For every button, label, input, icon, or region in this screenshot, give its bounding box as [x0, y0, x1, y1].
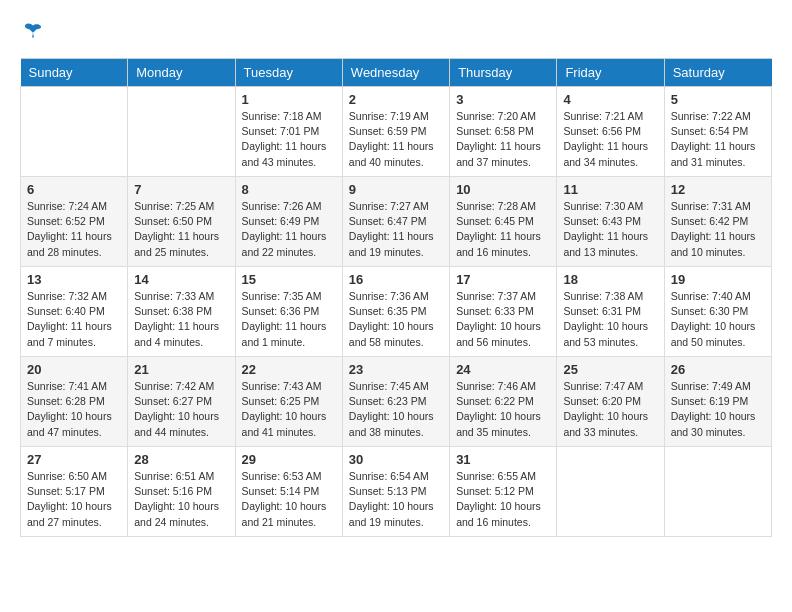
day-details: Sunrise: 7:35 AM Sunset: 6:36 PM Dayligh… [242, 289, 336, 350]
day-details: Sunrise: 7:20 AM Sunset: 6:58 PM Dayligh… [456, 109, 550, 170]
calendar-cell: 26Sunrise: 7:49 AM Sunset: 6:19 PM Dayli… [664, 357, 771, 447]
day-number: 8 [242, 182, 336, 197]
day-number: 19 [671, 272, 765, 287]
day-details: Sunrise: 7:36 AM Sunset: 6:35 PM Dayligh… [349, 289, 443, 350]
day-details: Sunrise: 7:32 AM Sunset: 6:40 PM Dayligh… [27, 289, 121, 350]
calendar-cell: 25Sunrise: 7:47 AM Sunset: 6:20 PM Dayli… [557, 357, 664, 447]
calendar-cell: 23Sunrise: 7:45 AM Sunset: 6:23 PM Dayli… [342, 357, 449, 447]
day-number: 28 [134, 452, 228, 467]
day-number: 10 [456, 182, 550, 197]
calendar-cell: 6Sunrise: 7:24 AM Sunset: 6:52 PM Daylig… [21, 177, 128, 267]
calendar-cell: 11Sunrise: 7:30 AM Sunset: 6:43 PM Dayli… [557, 177, 664, 267]
day-details: Sunrise: 7:24 AM Sunset: 6:52 PM Dayligh… [27, 199, 121, 260]
day-details: Sunrise: 7:30 AM Sunset: 6:43 PM Dayligh… [563, 199, 657, 260]
day-number: 9 [349, 182, 443, 197]
day-number: 6 [27, 182, 121, 197]
calendar-cell: 8Sunrise: 7:26 AM Sunset: 6:49 PM Daylig… [235, 177, 342, 267]
calendar-cell: 14Sunrise: 7:33 AM Sunset: 6:38 PM Dayli… [128, 267, 235, 357]
calendar-cell: 17Sunrise: 7:37 AM Sunset: 6:33 PM Dayli… [450, 267, 557, 357]
day-details: Sunrise: 6:51 AM Sunset: 5:16 PM Dayligh… [134, 469, 228, 530]
logo-bird-icon [22, 20, 44, 42]
day-number: 11 [563, 182, 657, 197]
calendar-table: SundayMondayTuesdayWednesdayThursdayFrid… [20, 58, 772, 537]
calendar-cell: 19Sunrise: 7:40 AM Sunset: 6:30 PM Dayli… [664, 267, 771, 357]
calendar-week-row: 20Sunrise: 7:41 AM Sunset: 6:28 PM Dayli… [21, 357, 772, 447]
calendar-cell: 15Sunrise: 7:35 AM Sunset: 6:36 PM Dayli… [235, 267, 342, 357]
calendar-cell: 31Sunrise: 6:55 AM Sunset: 5:12 PM Dayli… [450, 447, 557, 537]
day-details: Sunrise: 7:18 AM Sunset: 7:01 PM Dayligh… [242, 109, 336, 170]
calendar-cell [128, 87, 235, 177]
calendar-cell: 22Sunrise: 7:43 AM Sunset: 6:25 PM Dayli… [235, 357, 342, 447]
day-number: 4 [563, 92, 657, 107]
calendar-cell [557, 447, 664, 537]
calendar-cell: 2Sunrise: 7:19 AM Sunset: 6:59 PM Daylig… [342, 87, 449, 177]
day-number: 2 [349, 92, 443, 107]
day-details: Sunrise: 7:47 AM Sunset: 6:20 PM Dayligh… [563, 379, 657, 440]
day-details: Sunrise: 7:46 AM Sunset: 6:22 PM Dayligh… [456, 379, 550, 440]
calendar-cell: 24Sunrise: 7:46 AM Sunset: 6:22 PM Dayli… [450, 357, 557, 447]
day-details: Sunrise: 7:41 AM Sunset: 6:28 PM Dayligh… [27, 379, 121, 440]
calendar-cell: 5Sunrise: 7:22 AM Sunset: 6:54 PM Daylig… [664, 87, 771, 177]
day-number: 29 [242, 452, 336, 467]
day-number: 24 [456, 362, 550, 377]
day-number: 25 [563, 362, 657, 377]
calendar-cell: 27Sunrise: 6:50 AM Sunset: 5:17 PM Dayli… [21, 447, 128, 537]
day-number: 13 [27, 272, 121, 287]
day-number: 7 [134, 182, 228, 197]
day-number: 27 [27, 452, 121, 467]
calendar-cell: 16Sunrise: 7:36 AM Sunset: 6:35 PM Dayli… [342, 267, 449, 357]
day-details: Sunrise: 7:33 AM Sunset: 6:38 PM Dayligh… [134, 289, 228, 350]
day-details: Sunrise: 7:21 AM Sunset: 6:56 PM Dayligh… [563, 109, 657, 170]
calendar-week-row: 6Sunrise: 7:24 AM Sunset: 6:52 PM Daylig… [21, 177, 772, 267]
day-details: Sunrise: 7:37 AM Sunset: 6:33 PM Dayligh… [456, 289, 550, 350]
day-details: Sunrise: 7:19 AM Sunset: 6:59 PM Dayligh… [349, 109, 443, 170]
day-details: Sunrise: 7:45 AM Sunset: 6:23 PM Dayligh… [349, 379, 443, 440]
day-number: 20 [27, 362, 121, 377]
weekday-header-wednesday: Wednesday [342, 59, 449, 87]
day-details: Sunrise: 7:27 AM Sunset: 6:47 PM Dayligh… [349, 199, 443, 260]
page-header [20, 20, 772, 42]
day-number: 3 [456, 92, 550, 107]
day-details: Sunrise: 7:43 AM Sunset: 6:25 PM Dayligh… [242, 379, 336, 440]
calendar-cell: 10Sunrise: 7:28 AM Sunset: 6:45 PM Dayli… [450, 177, 557, 267]
calendar-cell: 18Sunrise: 7:38 AM Sunset: 6:31 PM Dayli… [557, 267, 664, 357]
day-details: Sunrise: 7:26 AM Sunset: 6:49 PM Dayligh… [242, 199, 336, 260]
day-number: 16 [349, 272, 443, 287]
calendar-cell: 28Sunrise: 6:51 AM Sunset: 5:16 PM Dayli… [128, 447, 235, 537]
calendar-week-row: 1Sunrise: 7:18 AM Sunset: 7:01 PM Daylig… [21, 87, 772, 177]
weekday-header-monday: Monday [128, 59, 235, 87]
day-number: 22 [242, 362, 336, 377]
calendar-cell: 13Sunrise: 7:32 AM Sunset: 6:40 PM Dayli… [21, 267, 128, 357]
day-details: Sunrise: 7:38 AM Sunset: 6:31 PM Dayligh… [563, 289, 657, 350]
day-details: Sunrise: 7:49 AM Sunset: 6:19 PM Dayligh… [671, 379, 765, 440]
day-number: 17 [456, 272, 550, 287]
calendar-cell: 3Sunrise: 7:20 AM Sunset: 6:58 PM Daylig… [450, 87, 557, 177]
calendar-cell: 21Sunrise: 7:42 AM Sunset: 6:27 PM Dayli… [128, 357, 235, 447]
day-number: 23 [349, 362, 443, 377]
day-number: 1 [242, 92, 336, 107]
weekday-header-row: SundayMondayTuesdayWednesdayThursdayFrid… [21, 59, 772, 87]
day-details: Sunrise: 7:25 AM Sunset: 6:50 PM Dayligh… [134, 199, 228, 260]
day-number: 14 [134, 272, 228, 287]
day-details: Sunrise: 7:40 AM Sunset: 6:30 PM Dayligh… [671, 289, 765, 350]
day-details: Sunrise: 7:28 AM Sunset: 6:45 PM Dayligh… [456, 199, 550, 260]
day-details: Sunrise: 7:42 AM Sunset: 6:27 PM Dayligh… [134, 379, 228, 440]
weekday-header-thursday: Thursday [450, 59, 557, 87]
day-details: Sunrise: 6:50 AM Sunset: 5:17 PM Dayligh… [27, 469, 121, 530]
day-number: 5 [671, 92, 765, 107]
day-number: 21 [134, 362, 228, 377]
calendar-week-row: 27Sunrise: 6:50 AM Sunset: 5:17 PM Dayli… [21, 447, 772, 537]
calendar-week-row: 13Sunrise: 7:32 AM Sunset: 6:40 PM Dayli… [21, 267, 772, 357]
calendar-cell: 29Sunrise: 6:53 AM Sunset: 5:14 PM Dayli… [235, 447, 342, 537]
weekday-header-friday: Friday [557, 59, 664, 87]
day-details: Sunrise: 6:55 AM Sunset: 5:12 PM Dayligh… [456, 469, 550, 530]
day-number: 18 [563, 272, 657, 287]
day-number: 12 [671, 182, 765, 197]
day-details: Sunrise: 6:54 AM Sunset: 5:13 PM Dayligh… [349, 469, 443, 530]
day-number: 30 [349, 452, 443, 467]
weekday-header-tuesday: Tuesday [235, 59, 342, 87]
calendar-cell: 7Sunrise: 7:25 AM Sunset: 6:50 PM Daylig… [128, 177, 235, 267]
calendar-cell [664, 447, 771, 537]
day-details: Sunrise: 7:31 AM Sunset: 6:42 PM Dayligh… [671, 199, 765, 260]
calendar-cell: 20Sunrise: 7:41 AM Sunset: 6:28 PM Dayli… [21, 357, 128, 447]
